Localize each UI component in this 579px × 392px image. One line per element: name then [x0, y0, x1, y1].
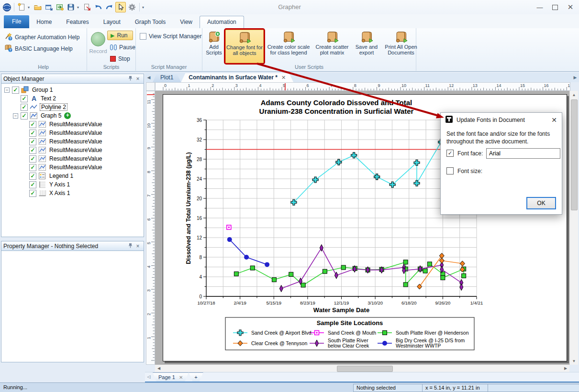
document-tab-contaminants-in-surface-water[interactable]: Contaminants in Surface Water *✕ — [181, 73, 293, 82]
open-icon[interactable] — [33, 2, 43, 12]
run-button[interactable]: ▶Run — [107, 31, 133, 40]
tab-scroll-left-icon[interactable]: ◀ — [145, 73, 153, 82]
close-panel-icon[interactable]: × — [134, 76, 142, 82]
scroll-left-icon[interactable]: ◀ — [155, 365, 163, 372]
export-icon[interactable] — [82, 2, 92, 12]
undo-icon[interactable] — [93, 2, 103, 12]
close-panel-icon[interactable]: × — [134, 243, 142, 250]
tree-checkbox[interactable]: ✓ — [29, 147, 36, 154]
tree-item-resultmeasurevalue[interactable]: ✓ResultMeasureValue — [2, 129, 144, 137]
page-tab-scroll-left-icon[interactable]: ◁ — [145, 372, 153, 381]
tree-item-graph-5[interactable]: −✓Graph 5+ — [2, 111, 144, 120]
hscroll-thumb[interactable] — [337, 366, 393, 372]
add-plot-badge-icon[interactable]: + — [64, 112, 71, 119]
tree-item-resultmeasurevalue[interactable]: ✓ResultMeasureValue — [2, 137, 144, 146]
tree-item-resultmeasurevalue[interactable]: ✓ResultMeasureValue — [2, 163, 144, 172]
stop-button[interactable]: Stop — [107, 54, 133, 63]
pointer-tool-icon[interactable] — [115, 2, 126, 12]
record-button[interactable] — [91, 32, 105, 46]
user-script-change-font-for-all-objects[interactable]: Change font for all objects — [225, 30, 264, 63]
scroll-up-icon[interactable]: ▲ — [570, 91, 578, 98]
tree-item-label[interactable]: Polyline 2 — [40, 103, 67, 111]
tab-automation[interactable]: Automation — [200, 16, 244, 28]
page-tab-page-1[interactable]: Page 1✕ — [153, 372, 189, 381]
vscroll-thumb[interactable] — [571, 99, 578, 210]
document-tab-plot1[interactable]: Plot1 — [153, 73, 181, 82]
user-script-create-scatter-plot-matrix[interactable]: Create scatter plot matrix — [313, 30, 351, 62]
toolbar-overflow-icon[interactable]: ▾ — [142, 5, 146, 10]
tree-checkbox[interactable]: ✓ — [29, 173, 36, 180]
tree-item-label[interactable]: ResultMeasureValue — [48, 155, 103, 162]
tree-item-x-axis-1[interactable]: ✓X Axis 1 — [2, 189, 144, 197]
horizontal-ruler[interactable]: 01234567891011121314151617 — [155, 82, 570, 91]
tree-item-label[interactable]: ResultMeasureValue — [48, 130, 103, 136]
tree-checkbox[interactable]: ✓ — [29, 164, 36, 171]
tree-checkbox[interactable]: ✓ — [29, 190, 36, 197]
dialog-title-bar[interactable]: Update Fonts in Document ✕ — [441, 113, 562, 127]
user-script-add-scripts[interactable]: Add Scripts — [203, 30, 224, 62]
tree-item-label[interactable]: Graph 5 — [40, 112, 62, 119]
tree-checkbox[interactable]: ✓ — [29, 155, 36, 163]
tree-checkbox[interactable]: ✓ — [29, 181, 36, 188]
import-icon[interactable] — [55, 2, 65, 12]
new-window-icon[interactable] — [44, 2, 54, 12]
tab-layout[interactable]: Layout — [96, 16, 128, 28]
scroll-down-icon[interactable]: ▼ — [570, 357, 578, 365]
tab-graph-tools[interactable]: Graph Tools — [128, 16, 173, 28]
tree-item-label[interactable]: Text 2 — [40, 95, 57, 102]
tree-item-label[interactable]: ResultMeasureValue — [48, 138, 103, 145]
maximize-button[interactable] — [548, 3, 562, 11]
horizontal-scrollbar[interactable]: ◀ ▶ — [155, 365, 569, 372]
font-size-checkbox[interactable] — [446, 167, 454, 174]
vertical-ruler[interactable]: 1234567891011 — [146, 91, 155, 365]
tree-item-label[interactable]: Group 1 — [31, 87, 54, 93]
new-dropdown-icon[interactable]: ▾ — [28, 5, 32, 10]
tree-checkbox[interactable]: ✓ — [21, 112, 28, 120]
close-page-icon[interactable]: ✕ — [179, 375, 183, 380]
grapher-automation-help-button[interactable]: ? Grapher Automation Help — [4, 32, 79, 42]
tab-features[interactable]: Features — [59, 16, 96, 28]
basic-language-help-button[interactable]: ? BASIC Language Help — [4, 44, 73, 54]
tree-item-label[interactable]: ResultMeasureValue — [48, 164, 103, 171]
new-document-icon[interactable] — [17, 2, 26, 12]
close-button[interactable]: ✕ — [564, 3, 577, 11]
tree-checkbox[interactable]: ✓ — [21, 95, 28, 102]
pin-icon[interactable] — [126, 76, 134, 82]
tab-view[interactable]: View — [173, 16, 200, 28]
tree-item-legend-1[interactable]: ✓Legend 1 — [2, 172, 144, 180]
view-script-manager-checkbox[interactable]: View Script Manager — [140, 33, 202, 40]
tree-item-resultmeasurevalue[interactable]: ✓ResultMeasureValue — [2, 154, 144, 163]
pin-icon[interactable] — [126, 243, 134, 250]
minimize-button[interactable]: — — [533, 3, 546, 11]
tree-item-label[interactable]: Legend 1 — [48, 173, 74, 179]
tree-item-resultmeasurevalue[interactable]: ✓ResultMeasureValue — [2, 120, 144, 129]
tree-checkbox[interactable]: ✓ — [29, 138, 36, 145]
ok-button[interactable]: OK — [526, 197, 556, 209]
close-tab-icon[interactable]: ✕ — [281, 75, 286, 80]
tree-item-label[interactable]: Y Axis 1 — [48, 181, 71, 188]
save-icon[interactable] — [66, 2, 76, 12]
redo-icon[interactable] — [104, 2, 114, 12]
tab-home[interactable]: Home — [29, 16, 59, 28]
tree-item-text-2[interactable]: ✓AText 2 — [2, 94, 144, 103]
user-script-print-all-open-documents[interactable]: Print All Open Documents — [382, 30, 420, 62]
user-script-create-color-scale-for-class-legend[interactable]: Create color scale for class legend — [265, 30, 312, 62]
tree-expander-icon[interactable]: − — [4, 87, 10, 93]
grapher-logo-icon[interactable] — [2, 2, 11, 12]
font-face-input[interactable] — [486, 148, 560, 159]
tree-item-group-1[interactable]: −✓Group 1 — [2, 86, 144, 94]
tree-expander-icon[interactable]: − — [13, 113, 18, 119]
tab-file[interactable]: File — [4, 15, 29, 28]
tree-item-label[interactable]: X Axis 1 — [48, 190, 71, 196]
options-gear-icon[interactable] — [127, 2, 137, 12]
pause-button[interactable]: Pause — [107, 43, 138, 52]
vertical-scrollbar[interactable]: ▲ ▼ — [569, 91, 578, 365]
tree-checkbox[interactable]: ✓ — [29, 130, 36, 137]
tree-item-y-axis-1[interactable]: ✓Y Axis 1 — [2, 180, 144, 189]
font-face-checkbox[interactable]: ✓ — [446, 150, 454, 157]
tree-item-label[interactable]: ResultMeasureValue — [48, 121, 103, 128]
page-tab-[interactable]: + — [189, 372, 203, 381]
save-dropdown-icon[interactable]: ▾ — [77, 5, 81, 10]
tree-item-polyline-2[interactable]: ✓Polyline 2 — [2, 103, 144, 111]
tree-item-label[interactable]: ResultMeasureValue — [48, 147, 103, 153]
